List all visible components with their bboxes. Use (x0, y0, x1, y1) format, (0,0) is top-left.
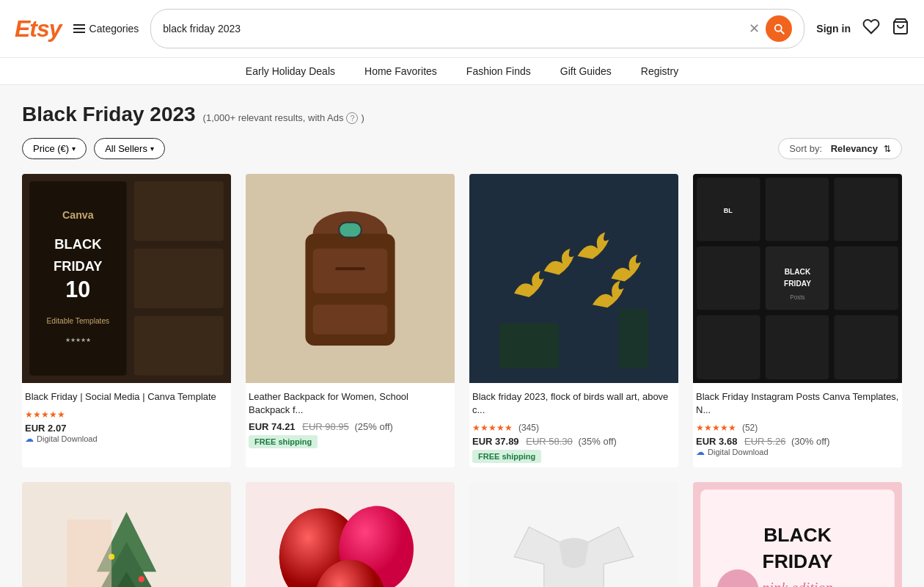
svg-rect-20 (499, 324, 559, 368)
svg-text:Posts: Posts (790, 294, 804, 301)
chevron-down-icon: ▾ (72, 145, 76, 153)
svg-text:Editable Templates: Editable Templates (47, 317, 110, 325)
product-price: EUR 3.68 (696, 436, 737, 447)
nav-item[interactable]: Home Favorites (364, 65, 437, 77)
svg-rect-29 (697, 315, 760, 379)
nav-item[interactable]: Registry (641, 65, 678, 77)
product-info: Leather Backpack for Women, School Backp… (246, 383, 455, 453)
svg-text:Canva: Canva (62, 209, 95, 221)
sign-in-link[interactable]: Sign in (816, 23, 851, 34)
favorites-button[interactable] (862, 18, 880, 40)
star-rating: ★★★★★ (696, 423, 736, 433)
product-card[interactable]: Black friday 2023, flock of birds wall a… (469, 174, 678, 467)
product-name: Black Friday Instagram Posts Canva Templ… (696, 390, 899, 417)
svg-rect-17 (313, 305, 388, 335)
main-nav: Early Holiday DealsHome FavoritesFashion… (0, 58, 924, 85)
categories-button[interactable]: Categories (73, 23, 139, 34)
discount-badge: (25% off) (354, 421, 393, 432)
sort-value: Relevancy (831, 143, 878, 154)
product-info: Black Friday Instagram Posts Canva Templ… (693, 383, 902, 462)
nav-item[interactable]: Fashion Finds (466, 65, 531, 77)
svg-rect-25 (834, 178, 898, 241)
sellers-filter-label: All Sellers (105, 143, 147, 154)
svg-text:BLACK: BLACK (785, 268, 811, 276)
svg-text:10: 10 (65, 277, 90, 302)
page-title: Black Friday 2023 (22, 103, 196, 126)
price-filter-button[interactable]: Price (€) ▾ (22, 138, 87, 159)
product-card[interactable]: BLACK FRIDAY pink edition Canva LIMITED … (693, 482, 902, 587)
product-card[interactable]: ★★★★★ Black Friday Sweatshirt, Holiday G… (469, 482, 678, 587)
page-title-row: Black Friday 2023 (1,000+ relevant resul… (22, 103, 902, 126)
svg-rect-31 (834, 315, 898, 379)
product-info: Black friday 2023, flock of birds wall a… (469, 383, 678, 467)
svg-text:BL: BL (724, 207, 733, 214)
sort-label: Sort by: (789, 143, 822, 154)
cloud-icon: ☁ (25, 434, 34, 444)
svg-rect-16 (335, 267, 365, 270)
svg-rect-21 (619, 308, 649, 368)
product-name: Black Friday | Social Media | Canva Temp… (25, 390, 228, 404)
original-price: EUR 98.95 (302, 421, 349, 432)
header-actions: Sign in (816, 18, 909, 40)
star-rating: ★★★★★ (25, 409, 65, 420)
product-image: Canva BLACK FRIDAY 10 Editable Templates… (22, 174, 231, 383)
sort-button[interactable]: Sort by: Relevancy ⇅ (778, 138, 902, 159)
digital-download-badge: ☁ Digital Download (25, 434, 228, 444)
etsy-logo[interactable]: Etsy (15, 15, 62, 43)
product-image: BL BLACK FRIDAY Posts (693, 174, 902, 383)
svg-text:pink edition: pink edition (760, 580, 833, 587)
svg-rect-5 (134, 316, 224, 375)
chevron-down-icon: ▾ (150, 145, 154, 153)
search-input[interactable] (163, 23, 743, 34)
filters-row: Price (€) ▾ All Sellers ▾ Sort by: Relev… (22, 138, 902, 159)
review-count: (52) (742, 423, 758, 433)
svg-text:★★★★★: ★★★★★ (65, 337, 91, 343)
filters-left: Price (€) ▾ All Sellers ▾ (22, 138, 165, 159)
discount-badge: (30% off) (791, 436, 830, 447)
product-image (22, 482, 231, 587)
product-price: EUR 37.89 (472, 436, 519, 447)
svg-text:FRIDAY: FRIDAY (54, 258, 102, 274)
product-card[interactable]: BL BLACK FRIDAY Posts Black Friday Insta… (693, 174, 902, 467)
original-price: EUR 5.26 (744, 436, 785, 447)
product-card[interactable]: Leather Backpack for Women, School Backp… (246, 174, 455, 467)
sellers-filter-button[interactable]: All Sellers ▾ (94, 138, 165, 159)
product-card[interactable]: Canva BLACK FRIDAY 10 Editable Templates… (22, 174, 231, 467)
product-price: EUR 74.21 (249, 421, 296, 432)
svg-point-42 (139, 577, 144, 583)
product-price: EUR 2.07 (25, 423, 66, 434)
star-rating: ★★★★★ (472, 423, 513, 433)
price-row: EUR 74.21 EUR 98.95 (25% off) (249, 421, 452, 432)
cart-button[interactable] (892, 18, 909, 40)
svg-rect-28 (834, 247, 898, 310)
price-row: EUR 3.68 EUR 5.26 (30% off) (696, 436, 899, 447)
price-filter-label: Price (€) (33, 143, 69, 154)
product-image (469, 174, 678, 383)
product-card[interactable]: Christmas Tree Photo Session, Holiday Po… (22, 482, 231, 587)
info-icon[interactable]: ? (346, 112, 358, 124)
search-clear-button[interactable]: ✕ (743, 21, 766, 37)
svg-rect-30 (766, 315, 829, 379)
nav-item[interactable]: Early Holiday Deals (246, 65, 335, 77)
svg-rect-24 (766, 178, 829, 241)
price-row: EUR 37.89 EUR 58.30 (35% off) (472, 436, 675, 447)
search-submit-button[interactable] (766, 15, 792, 42)
product-rating: ★★★★★ (345) (472, 421, 675, 433)
svg-rect-26 (697, 247, 760, 310)
product-card[interactable]: Red Balloon Bouquet, Valentine's Day Bal… (246, 482, 455, 587)
svg-rect-15 (313, 249, 388, 294)
svg-text:FRIDAY: FRIDAY (784, 280, 811, 288)
cloud-icon: ☁ (696, 447, 705, 457)
svg-rect-4 (134, 249, 224, 308)
svg-text:BLACK: BLACK (54, 236, 102, 252)
nav-item[interactable]: Gift Guides (560, 65, 612, 77)
digital-download-badge: ☁ Digital Download (696, 447, 899, 457)
main-content: Black Friday 2023 (1,000+ relevant resul… (0, 85, 924, 587)
product-name: Black friday 2023, flock of birds wall a… (472, 390, 675, 417)
heart-icon (862, 18, 880, 35)
price-row: EUR 2.07 (25, 423, 228, 434)
sort-icon: ⇅ (884, 144, 891, 154)
discount-badge: (35% off) (578, 436, 617, 447)
product-name: Leather Backpack for Women, School Backp… (249, 390, 452, 417)
categories-label: Categories (89, 23, 139, 34)
